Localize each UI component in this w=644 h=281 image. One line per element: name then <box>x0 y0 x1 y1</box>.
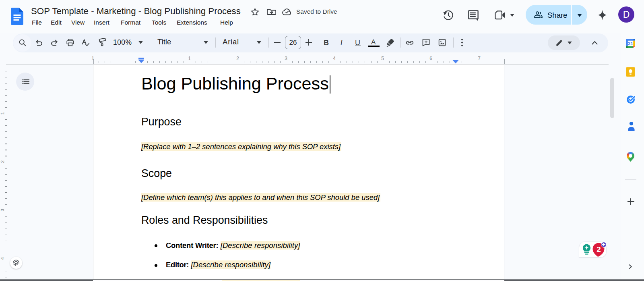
svg-text:31: 31 <box>628 41 633 46</box>
svg-text:2: 2 <box>597 245 601 254</box>
